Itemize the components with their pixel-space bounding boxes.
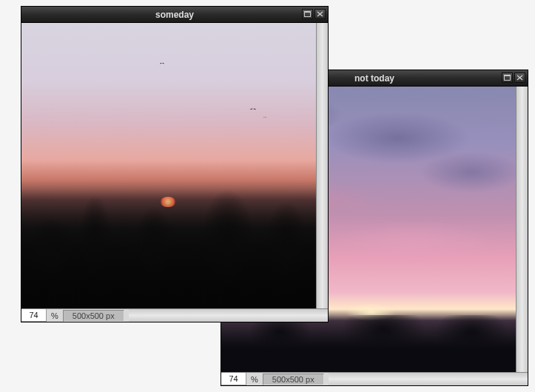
vertical-scrollbar[interactable] — [316, 23, 328, 308]
zoom-value[interactable]: 74 — [21, 309, 47, 322]
window-someday[interactable]: someday 74 % 500x500 px — [21, 6, 329, 322]
window-controls — [302, 9, 326, 19]
zoom-value[interactable]: 74 — [221, 373, 246, 385]
maximize-button[interactable] — [502, 72, 513, 83]
maximize-button[interactable] — [302, 9, 313, 19]
sunset-birds-image — [21, 23, 316, 308]
statusbar: 74 % 500x500 px — [21, 308, 328, 322]
horizontal-scrollbar[interactable] — [329, 373, 528, 385]
window-title: someday — [21, 10, 328, 20]
close-button[interactable] — [514, 72, 525, 83]
titlebar[interactable]: someday — [21, 7, 328, 23]
window-controls — [502, 72, 525, 83]
close-button[interactable] — [314, 9, 326, 19]
zoom-unit: % — [246, 375, 263, 384]
horizontal-scrollbar[interactable] — [129, 309, 328, 322]
statusbar: 74 % 500x500 px — [221, 372, 528, 385]
dimensions-label: 500x500 px — [63, 310, 124, 322]
image-canvas[interactable] — [21, 23, 316, 308]
content-area — [21, 23, 328, 308]
vertical-scrollbar[interactable] — [516, 87, 528, 372]
dimensions-label: 500x500 px — [263, 374, 324, 385]
zoom-unit: % — [47, 311, 63, 320]
